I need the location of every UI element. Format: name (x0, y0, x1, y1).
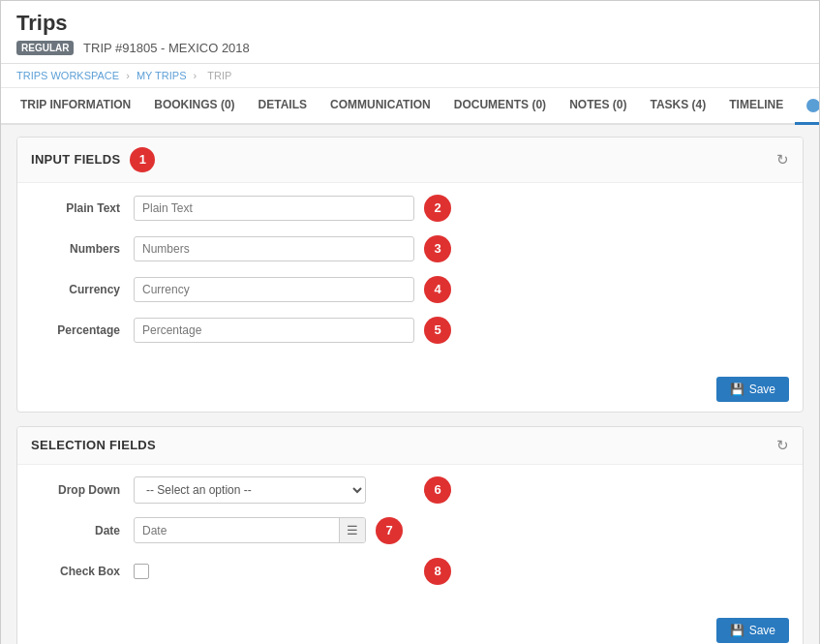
step-4-badge: 4 (424, 276, 451, 303)
breadcrumb-link-workspace[interactable]: TRIPS WORKSPACE (16, 70, 119, 81)
selection-fields-section: SELECTION FIELDS ↻ Drop Down -- Select a… (16, 426, 804, 644)
currency-label: Currency (37, 283, 134, 296)
date-input[interactable] (135, 519, 339, 542)
input-fields-refresh-icon[interactable]: ↻ (776, 151, 789, 169)
step-3-badge: 3 (424, 235, 451, 262)
currency-row: Currency 4 (37, 276, 783, 303)
selection-fields-title: SELECTION FIELDS (31, 438, 156, 452)
step-5-badge: 5 (424, 317, 451, 344)
dropdown-input-wrap: -- Select an option -- (134, 476, 414, 504)
tab-notes[interactable]: NOTES (0) (558, 88, 638, 125)
date-input-wrap: ☰ (134, 517, 366, 543)
numbers-label: Numbers (37, 242, 134, 256)
selection-fields-refresh-icon[interactable]: ↻ (776, 437, 789, 454)
date-row: Date ☰ 7 (37, 517, 783, 544)
selection-fields-save-button[interactable]: 💾 Save (716, 618, 789, 643)
trip-badge: REGULAR (16, 41, 74, 55)
tab-trip-information[interactable]: TRIP INFORMATION (9, 88, 142, 125)
selection-fields-save-row: 💾 Save (17, 610, 803, 644)
page-title: Trips (16, 11, 804, 36)
step-6-badge: 6 (424, 476, 451, 504)
plain-text-row: Plain Text 2 (37, 195, 783, 222)
tab-documents[interactable]: DOCUMENTS (0) (442, 88, 558, 125)
checkbox-input[interactable] (134, 564, 149, 579)
dropdown-select[interactable]: -- Select an option -- (134, 476, 366, 504)
tab-communication[interactable]: COMMUNICATION (319, 88, 442, 125)
percentage-row: Percentage 5 (37, 317, 783, 344)
checkbox-label: Check Box (37, 565, 134, 578)
breadcrumb: TRIPS WORKSPACE › MY TRIPS › TRIP (1, 64, 819, 88)
percentage-input[interactable] (134, 318, 414, 343)
percentage-label: Percentage (37, 323, 134, 337)
dropdown-label: Drop Down (37, 483, 134, 497)
all-fields-icon (806, 99, 820, 112)
input-fields-save-row: 💾 Save (17, 369, 803, 412)
selection-save-label: Save (749, 624, 775, 637)
page-header: Trips REGULAR TRIP #91805 - MEXICO 2018 (1, 1, 819, 64)
tab-all-fields[interactable]: ALL FIELDS (795, 88, 820, 125)
plain-text-label: Plain Text (37, 201, 134, 215)
input-fields-badge: 1 (130, 147, 155, 172)
input-fields-title-row: INPUT FIELDS 1 (31, 147, 155, 172)
breadcrumb-sep-2: › (194, 70, 200, 81)
input-fields-header: INPUT FIELDS 1 ↻ (17, 138, 803, 183)
selection-save-icon: 💾 (730, 624, 744, 637)
numbers-input[interactable] (134, 236, 414, 261)
date-label: Date (37, 524, 134, 537)
selection-fields-title-row: SELECTION FIELDS (31, 438, 156, 452)
currency-input-wrap (134, 277, 414, 302)
breadcrumb-sep-1: › (126, 70, 133, 81)
percentage-input-wrap (134, 318, 414, 343)
input-fields-save-button[interactable]: 💾 Save (716, 377, 789, 402)
input-fields-section: INPUT FIELDS 1 ↻ Plain Text 2 Numbers (16, 137, 804, 413)
checkbox-row: Check Box 8 (37, 558, 783, 585)
input-fields-title: INPUT FIELDS (31, 152, 120, 167)
input-save-label: Save (749, 383, 775, 396)
plain-text-input[interactable] (134, 196, 414, 221)
calendar-icon[interactable]: ☰ (339, 518, 365, 542)
tab-timeline[interactable]: TIMELINE (717, 88, 795, 125)
input-save-icon: 💾 (730, 383, 744, 396)
breadcrumb-link-mytrips[interactable]: MY TRIPS (137, 70, 187, 81)
numbers-row: Numbers 3 (37, 235, 783, 262)
checkbox-input-wrap (134, 564, 414, 579)
selection-fields-header: SELECTION FIELDS ↻ (17, 427, 803, 465)
breadcrumb-current: TRIP (207, 70, 231, 81)
currency-input[interactable] (134, 277, 414, 302)
plain-text-input-wrap (134, 196, 414, 221)
tabs-bar: TRIP INFORMATION BOOKINGS (0) DETAILS CO… (1, 88, 819, 125)
step-8-badge: 8 (424, 558, 451, 585)
trip-subtitle: TRIP #91805 - MEXICO 2018 (83, 41, 250, 55)
tab-tasks[interactable]: TASKS (4) (638, 88, 717, 125)
step-2-badge: 2 (424, 195, 451, 222)
main-content: INPUT FIELDS 1 ↻ Plain Text 2 Numbers (1, 125, 819, 644)
selection-fields-body: Drop Down -- Select an option -- 6 Date … (17, 465, 803, 610)
numbers-input-wrap (134, 236, 414, 261)
tab-details[interactable]: DETAILS (247, 88, 319, 125)
step-7-badge: 7 (376, 517, 403, 544)
tab-bookings[interactable]: BOOKINGS (0) (142, 88, 246, 125)
dropdown-row: Drop Down -- Select an option -- 6 (37, 476, 783, 504)
input-fields-body: Plain Text 2 Numbers 3 Currency (17, 183, 803, 369)
